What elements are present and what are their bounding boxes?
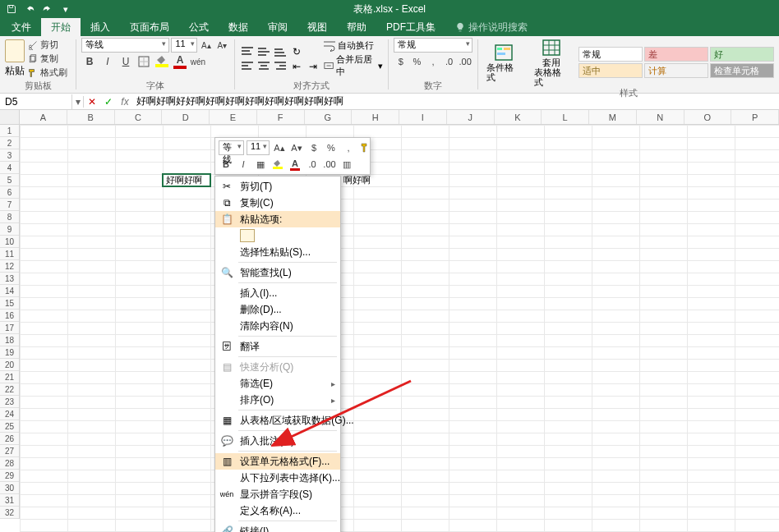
format-as-table-button[interactable]: 套用 表格格式 (531, 38, 572, 87)
tab-pdf[interactable]: PDF工具集 (376, 18, 445, 36)
mini-format-painter[interactable] (358, 140, 373, 155)
mini-percent[interactable]: % (324, 140, 339, 155)
align-center-button[interactable] (256, 60, 271, 73)
ctx-paste-options[interactable]: 📋粘贴选项: (215, 211, 340, 227)
cancel-formula-button[interactable]: ✕ (84, 96, 100, 108)
tab-pagelayout[interactable]: 页面布局 (120, 18, 179, 36)
row-header-6[interactable]: 6 (0, 186, 19, 199)
comma-button[interactable]: , (426, 54, 440, 69)
ctx-smart-lookup[interactable]: 🔍智能查找(L) (215, 264, 340, 281)
ctx-translate[interactable]: 🈂翻译 (215, 338, 340, 355)
row-header-24[interactable]: 24 (0, 408, 19, 420)
tab-view[interactable]: 视图 (297, 18, 337, 36)
redo-button[interactable] (39, 2, 56, 16)
col-header-K[interactable]: K (495, 110, 542, 124)
row-header-8[interactable]: 8 (0, 211, 19, 223)
col-header-L[interactable]: L (542, 110, 589, 124)
style-normal[interactable]: 常规 (578, 47, 643, 62)
row-header-18[interactable]: 18 (0, 334, 19, 346)
fill-color-button[interactable] (154, 54, 170, 69)
row-header-23[interactable]: 23 (0, 396, 19, 408)
col-header-C[interactable]: C (115, 110, 163, 124)
row-header-2[interactable]: 2 (0, 137, 19, 149)
decrease-decimal-button[interactable]: .00 (458, 54, 472, 69)
copy-button[interactable]: 复制 (28, 53, 67, 65)
tab-insert[interactable]: 插入 (81, 18, 120, 36)
col-header-O[interactable]: O (685, 110, 732, 124)
context-menu[interactable]: ✂剪切(T) ⧉复制(C) 📋粘贴选项: 选择性粘贴(S)... 🔍智能查找(L… (214, 176, 341, 532)
col-header-D[interactable]: D (162, 110, 210, 124)
style-good[interactable]: 好 (710, 47, 774, 62)
bold-button[interactable]: B (81, 54, 98, 69)
row-header-25[interactable]: 25 (0, 420, 19, 433)
row-header-27[interactable]: 27 (0, 445, 19, 457)
decrease-indent-button[interactable]: ⇤ (289, 60, 304, 73)
ctx-copy[interactable]: ⧉复制(C) (215, 195, 340, 211)
ctx-get-data[interactable]: ▦从表格/区域获取数据(G)... (215, 412, 340, 429)
qat-more-button[interactable]: ▾ (58, 2, 74, 16)
name-box-dropdown[interactable]: ▾ (72, 96, 84, 108)
ctx-dropdown-list[interactable]: 从下拉列表中选择(K)... (215, 470, 340, 486)
name-box[interactable] (0, 94, 72, 109)
mini-merge[interactable]: ▥ (339, 157, 354, 172)
ctx-insert-comment[interactable]: 💬插入批注(M) (215, 433, 340, 449)
increase-indent-button[interactable]: ⇥ (306, 60, 320, 73)
style-bad[interactable]: 差 (644, 47, 708, 62)
merge-center-button[interactable]: 合并后居中 ▾ (324, 53, 383, 78)
col-header-F[interactable]: F (257, 110, 305, 124)
save-button[interactable] (3, 2, 20, 16)
cut-button[interactable]: 剪切 (28, 39, 67, 51)
percent-button[interactable]: % (410, 54, 425, 69)
column-headers[interactable]: ABCDEFGHIJKLMNOP (20, 110, 779, 125)
col-header-J[interactable]: J (447, 110, 495, 124)
tell-me[interactable]: 操作说明搜索 (445, 18, 528, 36)
ctx-insert[interactable]: 插入(I)... (215, 285, 340, 301)
increase-decimal-button[interactable]: .0 (442, 54, 457, 69)
col-header-E[interactable]: E (210, 110, 257, 124)
col-header-A[interactable]: A (20, 110, 67, 124)
row-header-31[interactable]: 31 (0, 494, 19, 507)
row-header-29[interactable]: 29 (0, 470, 19, 482)
row-header-32[interactable]: 32 (0, 507, 19, 519)
col-header-P[interactable]: P (731, 110, 779, 124)
worksheet-area[interactable]: ABCDEFGHIJKLMNOP 12345678910111213141516… (0, 110, 779, 532)
ctx-sort[interactable]: 排序(O)▸ (215, 392, 340, 408)
mini-font-color[interactable]: A (288, 157, 302, 172)
align-right-button[interactable] (273, 60, 288, 73)
paste-icon[interactable] (240, 229, 255, 242)
ctx-paste-option-btn[interactable] (215, 227, 340, 244)
shrink-font-button[interactable]: A▾ (215, 38, 229, 53)
row-header-30[interactable]: 30 (0, 482, 19, 494)
ctx-paste-special[interactable]: 选择性粘贴(S)... (215, 244, 340, 260)
formula-input[interactable]: 好啊好啊好好啊好啊好啊好啊好啊好啊好啊好啊 (133, 94, 779, 108)
ctx-define-name[interactable]: 定义名称(A)... (215, 502, 340, 519)
col-header-I[interactable]: I (399, 110, 447, 124)
row-header-12[interactable]: 12 (0, 260, 19, 273)
tab-help[interactable]: 帮助 (337, 18, 376, 36)
ctx-link[interactable]: 🔗链接(I) (215, 523, 340, 532)
col-header-M[interactable]: M (589, 110, 637, 124)
row-header-26[interactable]: 26 (0, 433, 19, 445)
row-header-3[interactable]: 3 (0, 149, 19, 162)
cell-styles-gallery[interactable]: 常规 差 好 适中 计算 检查单元格 (578, 47, 774, 78)
font-name-select[interactable]: 等线 (81, 38, 169, 53)
select-all-corner[interactable] (0, 110, 20, 125)
row-header-4[interactable]: 4 (0, 162, 19, 174)
mini-font-size[interactable]: 11 (247, 140, 270, 155)
undo-button[interactable] (21, 2, 38, 16)
ctx-clear[interactable]: 清除内容(N) (215, 318, 340, 334)
row-header-7[interactable]: 7 (0, 199, 19, 211)
grow-font-button[interactable]: A▴ (199, 38, 213, 53)
currency-button[interactable]: $ (394, 54, 408, 69)
mini-font-name[interactable]: 等线 (219, 140, 244, 155)
col-header-B[interactable]: B (67, 110, 115, 124)
row-header-28[interactable]: 28 (0, 457, 19, 470)
row-header-13[interactable]: 13 (0, 273, 19, 285)
align-middle-button[interactable] (256, 45, 271, 58)
row-header-22[interactable]: 22 (0, 383, 19, 396)
tab-formulas[interactable]: 公式 (179, 18, 219, 36)
style-check[interactable]: 检查单元格 (710, 63, 774, 78)
ctx-filter[interactable]: 筛选(E)▸ (215, 375, 340, 392)
font-color-button[interactable]: A (172, 54, 188, 69)
mini-fill-color[interactable] (270, 157, 285, 172)
